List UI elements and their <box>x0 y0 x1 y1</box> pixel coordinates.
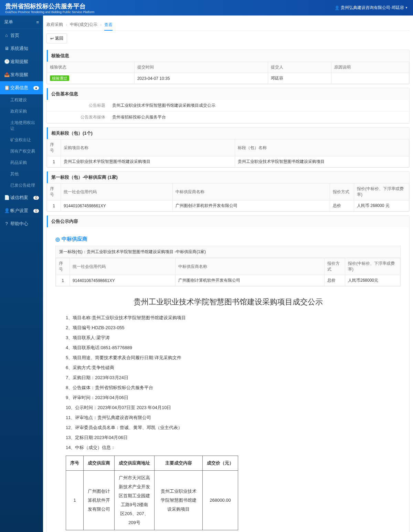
badge: 0 <box>33 209 39 213</box>
sidebar-item[interactable]: 🖥 系统通知 <box>0 42 43 55</box>
table-row: 1贵州工业职业技术学院智慧图书馆建设采购项目贵州工业职业技术学院智慧图书馆建设采… <box>47 156 409 167</box>
breadcrumb-item[interactable]: 中标(成交)公示 <box>70 22 97 28</box>
table-row: 19144010674598661XY广州图创计算机软件开发有限公司总价人民币2… <box>56 275 400 286</box>
table-row: 1广州图创计算机软件开发有限公司广州市天河区高新技术产业开发区首期工业园建工路9… <box>66 471 238 530</box>
related-table: 序号采购项目名称标段（包）名称 1贵州工业职业技术学院智慧图书馆建设采购项目贵州… <box>47 139 409 167</box>
breadcrumb-item[interactable]: 政府采购 <box>46 22 63 28</box>
target-icon: ◎ <box>55 236 60 242</box>
announcement-title: 贵州工业职业技术学院智慧图书馆建设采购项目成交公示 <box>52 292 404 312</box>
app-subtitle: GuiZhou Province Tendering and Bidding P… <box>5 10 94 14</box>
app-title: 贵州省招标投标公共服务平台 <box>5 2 94 10</box>
breadcrumb: 政府采购› 中标(成交)公示› 查看 <box>46 19 410 31</box>
status-badge: 核验通过 <box>50 75 69 81</box>
sidebar-item[interactable]: 🕐 逾期提醒 <box>0 55 43 68</box>
main-content: 政府采购› 中标(成交)公示› 查看 ↩返回 核验信息 核验状态提交时间提交人原… <box>43 15 413 532</box>
back-icon: ↩ <box>50 36 54 41</box>
sidebar-sub-item[interactable]: 工程建设 <box>0 94 43 106</box>
sidebar-sub-item[interactable]: 政府采购 <box>0 106 43 117</box>
sidebar-menu-header[interactable]: 菜单 ≡ <box>0 15 43 29</box>
caret-down-icon: ▼ <box>405 6 408 9</box>
back-button[interactable]: ↩返回 <box>46 33 67 43</box>
sidebar-sub-item[interactable]: 药品采购 <box>0 157 43 168</box>
user-icon: 👤 <box>335 6 340 10</box>
sidebar-sub-item[interactable]: 已发公告处理 <box>0 180 43 191</box>
supplier-heading: ◎中标供应商 <box>52 232 404 246</box>
content-supplier-table: 序号统一社会信用代码中标供应商名称报价方式报价(中标价、下浮率或费率) 1914… <box>56 258 400 286</box>
table-row: 核验通过 2023-04-07 10:35 邓廷容 <box>47 73 409 84</box>
nav-icon: 🕐 <box>4 59 9 64</box>
badge: 0 <box>33 196 39 200</box>
table-row: 19144010674598661XY广州图创计算机软件开发有限公司总价人民币 … <box>47 200 409 211</box>
sidebar-item[interactable]: ? 帮助中心 <box>0 217 43 230</box>
sidebar-item[interactable]: 📤 发布提醒 <box>0 68 43 81</box>
breadcrumb-current: 查看 <box>104 22 113 31</box>
deal-table: 序号成交供应商成交供应商地址主要成交内容成交价（元） 1广州图创计算机软件开发有… <box>66 456 238 530</box>
panel-title-content: 公告公示内容 <box>47 216 409 227</box>
badge: ● <box>33 86 39 90</box>
menu-icon: ≡ <box>36 20 39 25</box>
sidebar-item[interactable]: ⌂ 首页 <box>0 29 43 42</box>
nav-icon: ? <box>4 221 9 226</box>
sidebar-sub-item[interactable]: 矿业权出让 <box>0 134 43 146</box>
user-menu[interactable]: 👤 贵州弘典建设咨询有限公司-邓廷容 ▼ <box>335 5 408 11</box>
nav-icon: 📋 <box>4 85 9 90</box>
supplier-table: 序号统一社会信用代码中标供应商名称报价方式报价(中标价、下浮率或费率) 1914… <box>47 183 409 211</box>
sidebar-item[interactable]: 📄 诚信档案0 <box>0 191 43 204</box>
nav-icon: ⌂ <box>4 33 9 38</box>
panel-title-supplier: 第一标段（包）-中标供应商 (1家) <box>47 171 409 183</box>
panel-title-verify: 核验信息 <box>47 50 409 62</box>
nav-icon: 📄 <box>4 195 9 200</box>
sidebar-sub-item[interactable]: 国有产权交易 <box>0 146 43 157</box>
sidebar-sub-item[interactable]: 其他 <box>0 168 43 180</box>
verify-table: 核验状态提交时间提交人原因说明 核验通过 2023-04-07 10:35 邓廷… <box>47 62 409 84</box>
sidebar: 菜单 ≡ ⌂ 首页🖥 系统通知🕐 逾期提醒📤 发布提醒📋 交易信息●工程建设政府… <box>0 15 43 532</box>
nav-icon: 🖥 <box>4 46 9 51</box>
nav-icon: 👤 <box>4 208 9 213</box>
panel-title-related: 相关标段（包）(1个) <box>47 127 409 139</box>
sidebar-sub-item[interactable]: 土地使用权出让 <box>0 117 43 134</box>
app-header: 贵州省招标投标公共服务平台 GuiZhou Province Tendering… <box>0 0 413 15</box>
sidebar-item[interactable]: 👤 帐户设置0 <box>0 204 43 217</box>
nav-icon: 📤 <box>4 72 9 77</box>
sidebar-item[interactable]: 📋 交易信息● <box>0 81 43 94</box>
panel-title-basic: 公告基本信息 <box>47 88 409 100</box>
detail-text: 1、项目名称:贵州工业职业技术学院智慧图书馆建设采购项目2、项目编号:HDZB-… <box>52 313 404 452</box>
